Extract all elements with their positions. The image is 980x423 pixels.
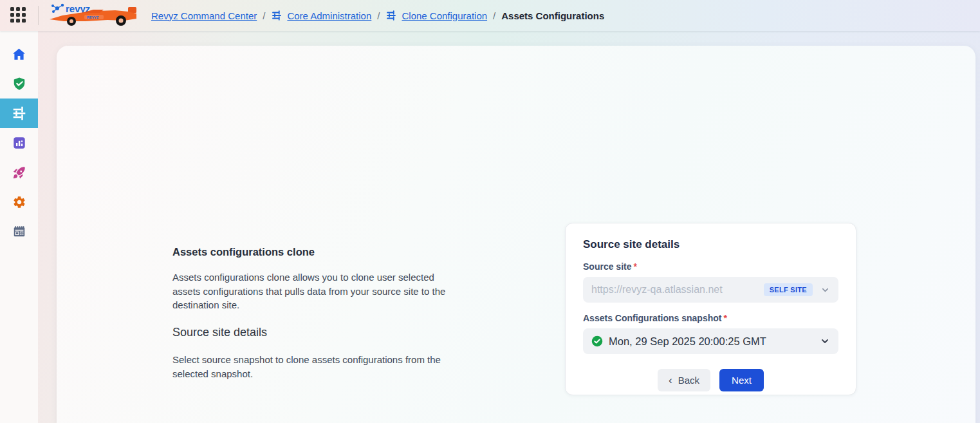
source-site-placeholder: https://revyz-qa.atlassian.net xyxy=(591,284,764,296)
label-text: Source site xyxy=(583,261,631,272)
source-site-label: Source site* xyxy=(583,261,838,272)
section-title: Source site details xyxy=(172,326,446,339)
breadcrumb-clone-configuration[interactable]: Clone Configuration xyxy=(385,10,487,21)
snapshot-value: Mon, 29 Sep 2025 20:00:25 GMT xyxy=(609,335,820,348)
bar-chart-icon xyxy=(12,136,26,150)
sidebar-item-launch[interactable] xyxy=(0,158,38,187)
card-title: Source site details xyxy=(583,238,838,251)
sliders-icon xyxy=(385,10,397,21)
breadcrumb-label: Core Administration xyxy=(287,10,371,21)
molecule-icon xyxy=(51,4,64,13)
intro-block: Assets configurations clone Assets confi… xyxy=(172,246,446,312)
required-asterisk: * xyxy=(633,261,636,272)
svg-text:REVYZ: REVYZ xyxy=(87,15,99,19)
sidebar-item-clone-configuration[interactable] xyxy=(0,99,38,128)
sliders-icon xyxy=(271,10,282,21)
gear-icon xyxy=(12,195,26,209)
sliders-icon xyxy=(12,106,27,121)
top-header: revyz REVYZ Revyz Command Center / xyxy=(0,0,980,31)
required-asterisk: * xyxy=(723,313,726,323)
snapshot-label: Assets Configurations snapshot* xyxy=(583,313,838,323)
race-car-graphic: REVYZ xyxy=(50,7,136,26)
sidebar-item-reports[interactable] xyxy=(0,128,38,158)
rocket-icon xyxy=(12,165,26,180)
breadcrumb-separator: / xyxy=(377,10,380,21)
sidebar-item-settings[interactable] xyxy=(0,187,38,217)
sidebar-item-home[interactable] xyxy=(0,39,38,69)
chevron-down-icon xyxy=(820,336,830,346)
next-button-label: Next xyxy=(732,375,752,386)
header-divider xyxy=(38,6,39,25)
sidebar-item-logs[interactable] xyxy=(0,217,38,247)
breadcrumb-revyz-command-center[interactable]: Revyz Command Center xyxy=(151,10,257,21)
chevron-left-icon: ‹ xyxy=(669,375,672,386)
breadcrumb-separator: / xyxy=(263,10,265,21)
source-site-details-card: Source site details Source site* https:/… xyxy=(565,223,856,395)
breadcrumb-current-assets-configurations: Assets Configurations xyxy=(501,10,604,21)
source-site-section: Source site details Select source snapsh… xyxy=(172,326,446,381)
shield-check-icon xyxy=(12,77,26,91)
self-site-badge: SELF SITE xyxy=(764,283,813,296)
label-text: Assets Configurations snapshot xyxy=(583,313,721,323)
back-button-label: Back xyxy=(678,375,699,386)
breadcrumb-core-administration[interactable]: Core Administration xyxy=(271,10,371,21)
card-button-row: ‹ Back Next xyxy=(583,369,838,391)
next-button[interactable]: Next xyxy=(719,369,764,391)
notebook-icon xyxy=(12,225,26,239)
page-title: Assets configurations clone xyxy=(172,246,446,258)
snapshot-select[interactable]: Mon, 29 Sep 2025 20:00:25 GMT xyxy=(583,328,838,354)
section-description: Select source snapshot to clone assets c… xyxy=(172,353,446,381)
breadcrumb-separator: / xyxy=(493,10,495,21)
chevron-down-icon xyxy=(820,285,830,295)
back-button[interactable]: ‹ Back xyxy=(658,369,710,391)
breadcrumb-label: Clone Configuration xyxy=(402,10,487,21)
revyz-logo[interactable]: revyz REVYZ xyxy=(48,2,140,30)
check-circle-icon xyxy=(591,335,603,347)
left-sidebar xyxy=(0,31,38,423)
app-switcher-grid-icon[interactable] xyxy=(10,7,27,24)
sidebar-item-security[interactable] xyxy=(0,69,38,99)
intro-description: Assets configurations clone allows you t… xyxy=(172,270,446,312)
source-site-select[interactable]: https://revyz-qa.atlassian.net SELF SITE xyxy=(583,277,838,303)
home-icon xyxy=(12,47,26,62)
breadcrumb-label: Revyz Command Center xyxy=(151,10,257,21)
breadcrumb: Revyz Command Center / Core Administrati… xyxy=(151,10,604,21)
